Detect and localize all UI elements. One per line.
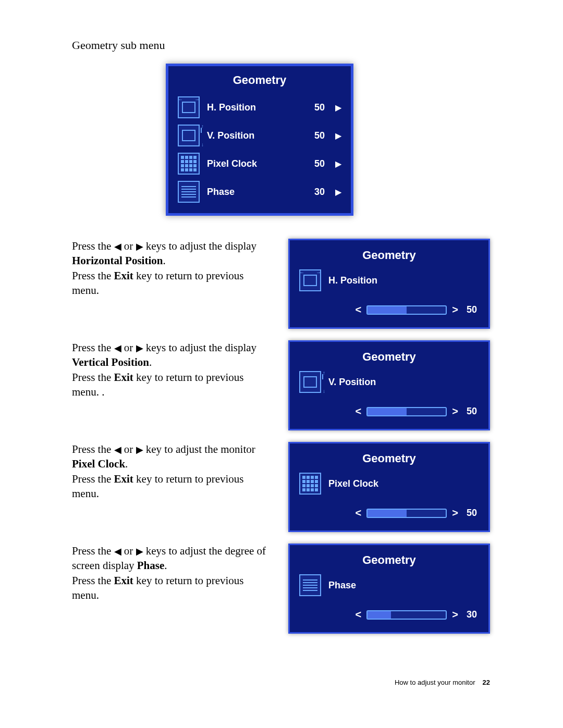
panel-title: Geometry [299,245,479,269]
param-name: Phase [137,559,165,572]
left-triangle-icon: ◀ [114,240,121,253]
page-heading: Geometry sub menu [72,39,490,52]
right-arrow-icon[interactable]: ▶ [335,131,341,141]
page-footer: How to adjust your monitor22 [395,678,490,686]
panel-title: Geometry [299,449,479,473]
osd-label: V. Position [207,130,299,141]
osd-label: Phase [207,187,299,198]
osd-value: 50 [306,102,325,113]
osd-row-hposition[interactable]: ←→ H. Position 50 ▶ [168,93,351,121]
param-name: Horizontal Position [72,254,163,267]
exit-key: Exit [114,473,133,485]
instruction-section: Press the ◀ or ▶ keys to adjust the disp… [72,239,490,329]
osd-title: Geometry [168,66,351,93]
right-arrow-icon[interactable]: ▶ [335,103,341,113]
exit-key: Exit [114,574,133,587]
footer-text: How to adjust your monitor [395,678,475,686]
param-name: Pixel Clock [72,458,125,470]
instruction-text: Press the ◀ or ▶ keys to adjust the disp… [72,239,267,298]
instruction-section: Press the ◀ or ▶ keys to adjust the degr… [72,544,490,634]
instruction-text: Press the ◀ or ▶ key to adjust the monit… [72,442,267,501]
adjust-panel: Geometry↑↓V. Position<>50 [288,340,490,430]
hposition-icon: ←→ [178,96,200,118]
geometry-osd: Geometry ←→ H. Position 50 ▶ ↑↓ V. Posit… [166,64,353,216]
value-slider[interactable]: <>50 [299,304,479,316]
right-triangle-icon: ▶ [136,545,143,558]
pixelclock-icon [299,473,321,495]
instruction-section: Press the ◀ or ▶ keys to adjust the disp… [72,340,490,430]
panel-label: Phase [328,580,356,591]
pixelclock-icon [178,153,200,175]
left-triangle-icon: ◀ [114,443,121,456]
osd-value: 50 [306,158,325,169]
decrease-button[interactable]: < [356,609,362,621]
instruction-text: Press the ◀ or ▶ keys to adjust the degr… [72,544,267,602]
osd-row-pixelclock[interactable]: Pixel Clock 50 ▶ [168,150,351,178]
panel-row: Pixel Clock [299,473,479,495]
vposition-icon: ↑↓ [178,125,200,146]
right-arrow-icon[interactable]: ▶ [335,159,341,169]
exit-key: Exit [114,269,133,282]
param-name: Vertical Position [72,356,149,368]
left-triangle-icon: ◀ [114,545,121,558]
value-slider[interactable]: <>30 [299,609,479,621]
right-triangle-icon: ▶ [136,443,143,456]
increase-button[interactable]: > [452,507,458,519]
slider-fill [368,611,391,619]
slider-fill [368,510,407,517]
panel-title: Geometry [299,550,479,574]
hposition-icon: ←→ [299,269,321,291]
right-triangle-icon: ▶ [136,342,143,354]
phase-icon [299,574,321,596]
osd-label: H. Position [207,102,299,113]
increase-button[interactable]: > [452,304,458,316]
panel-label: V. Position [328,377,376,388]
slider-track[interactable] [366,610,447,620]
panel-row: Phase [299,574,479,596]
slider-fill [368,306,407,314]
adjust-panel: GeometryPixel Clock<>50 [288,442,490,532]
value-slider[interactable]: <>50 [299,507,479,519]
panel-title: Geometry [299,347,479,371]
phase-icon [178,181,200,203]
slider-track[interactable] [366,407,447,416]
adjust-panel: GeometryPhase<>30 [288,544,490,634]
value-slider[interactable]: <>50 [299,405,479,417]
slider-value: 50 [467,508,477,519]
decrease-button[interactable]: < [356,507,362,519]
panel-row: ↑↓V. Position [299,371,479,393]
slider-track[interactable] [366,509,447,518]
slider-value: 50 [467,406,477,417]
osd-row-vposition[interactable]: ↑↓ V. Position 50 ▶ [168,121,351,150]
panel-label: Pixel Clock [328,478,378,489]
right-triangle-icon: ▶ [136,240,143,253]
decrease-button[interactable]: < [356,304,362,316]
right-arrow-icon[interactable]: ▶ [335,187,341,197]
panel-row: ←→H. Position [299,269,479,291]
exit-key: Exit [114,371,133,384]
increase-button[interactable]: > [452,609,458,621]
osd-value: 50 [306,130,325,141]
osd-value: 30 [306,187,325,198]
adjust-panel: Geometry←→H. Position<>50 [288,239,490,329]
slider-fill [368,408,407,415]
osd-row-phase[interactable]: Phase 30 ▶ [168,178,351,206]
instruction-section: Press the ◀ or ▶ key to adjust the monit… [72,442,490,532]
instruction-text: Press the ◀ or ▶ keys to adjust the disp… [72,340,267,399]
osd-label: Pixel Clock [207,158,299,169]
increase-button[interactable]: > [452,405,458,417]
footer-page-number: 22 [483,678,490,686]
slider-value: 50 [467,304,477,315]
slider-value: 30 [467,609,477,620]
vposition-icon: ↑↓ [299,371,321,393]
panel-label: H. Position [328,275,377,286]
slider-track[interactable] [366,305,447,315]
left-triangle-icon: ◀ [114,342,121,354]
decrease-button[interactable]: < [356,405,362,417]
